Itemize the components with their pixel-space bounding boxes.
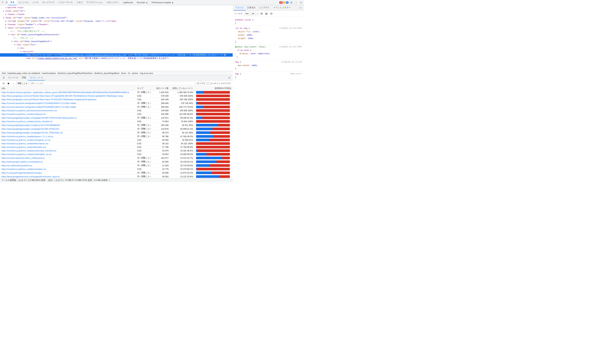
url-cell[interactable]: https://www.google-analytics.com/analyti… <box>0 160 136 164</box>
url-cell[interactable]: https://contents.bownow.jp/asset.../appl… <box>0 91 136 94</box>
table-row[interactable]: https://fonts.googleapis.com/css2?family… <box>0 98 233 101</box>
coverage-tab-close[interactable]: ✕ <box>41 76 43 79</box>
html-line[interactable]: ▶ <iframe height="0" width="0" title="Cr… <box>0 20 233 23</box>
styles-content[interactable]: element.style { } original_v2.css:2610 .… <box>233 17 304 182</box>
col-url[interactable]: URL <box>0 86 136 91</box>
table-row[interactable]: https://www.google-analytics.com/analyti… <box>0 160 233 164</box>
url-cell[interactable]: https://www.googleadservices.com/pagead/… <box>0 175 136 178</box>
tab-dock-icon[interactable]: ⊡ <box>4 0 8 5</box>
tab-security[interactable]: セキュリティ <box>105 0 121 5</box>
more-icon[interactable]: ⋮ <box>294 0 298 5</box>
url-cell[interactable]: https://www.googletagmanager.com/gtag/js… <box>0 127 136 131</box>
table-row[interactable]: https://cloudcircus.jp/dcms_media/css/te… <box>0 153 233 156</box>
css-rule[interactable]: original_v2.css:2461 @media (max-width: … <box>233 44 304 60</box>
url-cell[interactable]: https://cloudcircus.jp/dcms_media/css/te… <box>0 153 136 156</box>
new-style-icon[interactable]: ⊞ <box>259 11 264 16</box>
expand-arrow[interactable]: ▶ <box>5 13 8 16</box>
breadcrumb-item[interactable]: div#dcms_layoutPageBlockPasteArea <box>57 72 93 74</box>
close-icon[interactable]: ✕ <box>299 0 303 5</box>
tab-elements[interactable]: 要素 <box>8 0 16 5</box>
table-row[interactable]: https://cloudcircus.jp/dcms_blocks/commo… <box>0 109 233 112</box>
table-row[interactable]: https://connect.facebook.net/signals/con… <box>0 101 233 105</box>
html-line[interactable]: ▶ <head>…</head> <box>0 13 233 16</box>
content-script-checkbox[interactable] <box>207 82 209 85</box>
html-line[interactable]: ▼ <div id="dcms_layoutPageBlockPasteArea… <box>0 33 233 36</box>
computed-style-icon[interactable]: ⊟ <box>269 11 274 16</box>
url-cell[interactable]: https://connect.facebook.net/signals/con… <box>0 105 136 109</box>
table-row[interactable]: https://www.googletagmanager.com/gtag/js… <box>0 131 233 134</box>
html-line[interactable]: ▶ <header class="header">…</header> <box>0 23 233 26</box>
table-row[interactable]: https://cloudcircus.jp/dcms_media/css/re… <box>0 149 233 153</box>
expand-arrow[interactable]: ▼ <box>14 43 16 47</box>
col-type[interactable]: タイプ <box>136 86 154 91</box>
coverage-table[interactable]: URL タイプ 合計バイト数 使用していないバイト 使用状況の可視化 https… <box>0 86 233 178</box>
css-rule[interactable]: original_v2.css:2610 .kv h1 img { object… <box>233 26 304 44</box>
css-rule[interactable]: base.css:4 img { } <box>233 71 304 80</box>
table-row[interactable]: https://www.googleadservices.com/pagead/… <box>0 175 233 178</box>
expand-arrow[interactable]: ▼ <box>20 50 23 53</box>
url-cell[interactable]: https://fonts.googleapis.com/css2?family… <box>0 98 136 101</box>
tab-event-listeners[interactable]: イベント リスナー <box>272 5 292 11</box>
settings-icon[interactable]: ⚙ <box>289 0 294 5</box>
reload-button[interactable]: ⟳ <box>1 81 6 85</box>
table-row[interactable]: https://www.googletagmanager.com/gtag/js… <box>0 127 233 131</box>
expand-arrow[interactable]: ▶ <box>3 9 5 13</box>
breadcrumb-item[interactable]: main#container <box>41 72 56 74</box>
html-line[interactable]: ▶ <html lang="ja"> <box>0 9 233 13</box>
html-line[interactable]: <!DOCTYPE html> <box>0 6 233 9</box>
url-cell[interactable]: https://www.googletagmanager.com/gtag/js… <box>0 116 136 120</box>
html-line[interactable]: <!-- ブロック --> <box>0 36 233 40</box>
url-cell[interactable]: https://cloudcircus.jp/dcms_media/css/la… <box>0 112 136 116</box>
url-cell[interactable]: https://cloudcircus.jp/dcms_media/css/re… <box>0 149 136 153</box>
tab-application[interactable]: アプリケーション <box>85 0 105 5</box>
table-row[interactable]: https://connect.facebook.net/en_US/fbeve… <box>0 156 233 160</box>
bottom-panel-close[interactable]: ✕ <box>227 76 231 79</box>
expand-arrow[interactable]: ▼ <box>3 16 5 20</box>
url-cell[interactable]: https://cloudcircus.jp/dcms_media/js/jqu… <box>0 134 136 138</box>
html-line[interactable]: ▼ <div class="kv"> <box>0 43 233 47</box>
url-cell[interactable]: https://cloudcircus.jp/dcms_media/other/… <box>0 142 136 145</box>
tab-recorder[interactable]: Recorder ▲ <box>135 0 150 5</box>
function-granularity-dropdown[interactable]: 関数ごと ▾ <box>16 81 28 85</box>
table-row[interactable]: https://s.yimg.jp/images/listing/tool/cv… <box>0 171 233 175</box>
table-row[interactable]: https://www.googletagmanager.com/gtm.js?… <box>0 123 233 127</box>
expand-arrow[interactable]: ▼ <box>5 26 8 30</box>
html-line-selected[interactable]: ... <img class="d-sp-none" src="https://… <box>0 53 233 57</box>
table-row[interactable]: https://cloudcircus.jp/dcms_media/css/la… <box>0 112 233 116</box>
filter-cls-button[interactable]: .cls <box>250 11 255 16</box>
tab-memory[interactable]: メモリ <box>75 0 85 5</box>
table-row[interactable]: https://uh.nakanohito.jp/uhj2/uh.jsJS（関数… <box>0 164 233 167</box>
stop-button[interactable]: ⏺ <box>6 81 11 85</box>
html-line[interactable]: ▼ <div id="dcms_layoutPageBlock"> <box>0 40 233 43</box>
table-row[interactable]: https://cloudcircus.jp/dcms_media/other/… <box>0 142 233 145</box>
url-cell[interactable]: https://cloudcircus.jp/dcms_media/other/… <box>0 145 136 149</box>
url-cell[interactable]: https://cloudcircus.jp/dcms_media/css/sw… <box>0 167 136 171</box>
table-row[interactable]: https://www.googletagmanager.com/gtag/js… <box>0 116 233 120</box>
url-cell[interactable]: https://www.googletagmanager.com/gtag/js… <box>0 131 136 134</box>
breadcrumb-item[interactable]: html <box>1 72 6 74</box>
table-row[interactable]: https://cloudcircus.jp/dcms_media/css/sw… <box>0 167 233 171</box>
tab-menu-icon[interactable]: ⠿ <box>1 0 4 5</box>
table-row[interactable]: https://cloudcircus.jp/dcms_media/css/co… <box>0 120 233 123</box>
content-script-toggle[interactable]: コンテンツ スクリプト <box>207 82 231 85</box>
breadcrumb-item[interactable]: img.d-sp-none <box>139 72 153 74</box>
html-line[interactable]: <!-- ブロック貼り付けエリア --> <box>0 30 233 33</box>
expand-arrow[interactable]: ▼ <box>8 33 11 36</box>
url-cell[interactable]: https://www.googletagmanager.com/gtm.js?… <box>0 123 136 127</box>
breadcrumb-item[interactable]: div.kv <box>121 72 127 74</box>
expand-arrow[interactable]: ▶ <box>5 23 8 26</box>
url-cell[interactable]: https://s.yimg.jp/images/listing/tool/cv… <box>0 171 136 175</box>
filter-hov-button[interactable]: :hov <box>244 11 250 16</box>
table-row[interactable]: https://fonts.googleapis.com/css2?family… <box>0 94 233 98</box>
url-cell[interactable]: https://cloudcircus.jp/dcms_blocks/commo… <box>0 109 136 112</box>
element-style-icon[interactable]: ▤ <box>264 11 269 16</box>
tab-layout[interactable]: レイアウト <box>258 5 272 11</box>
url-cell[interactable]: https://cloudcircus.jp/dcms_media/css/or… <box>0 138 136 142</box>
html-source[interactable]: <!DOCTYPE html> ▶ <html lang="ja"> ▶ <he… <box>0 5 233 71</box>
table-row[interactable]: https://cloudcircus.jp/dcms_media/css/or… <box>0 138 233 142</box>
url-cell[interactable]: https://fonts.googleapis.com/css2?family… <box>0 94 136 98</box>
filter-add-button[interactable]: + <box>256 11 259 16</box>
html-line[interactable]: <img src="/dcms_media/image/top_kv_sp.jp… <box>0 57 233 60</box>
col-total[interactable]: 合計バイト数 <box>154 86 170 91</box>
url-filter-input[interactable] <box>29 81 195 85</box>
